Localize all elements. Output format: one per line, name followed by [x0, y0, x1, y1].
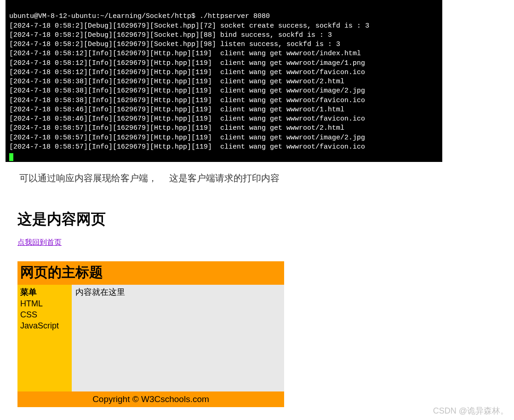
demo-main-title: 网页的主标题: [17, 261, 284, 285]
terminal-line: [2024-7-18 0:58:46][Info][1629679][Http.…: [9, 105, 439, 115]
terminal-line: [2024-7-18 0:58:12][Info][1629679][Http.…: [9, 59, 439, 68]
terminal-line: [2024-7-18 0:58:57][Info][1629679][Http.…: [9, 143, 439, 152]
demo-menu-item[interactable]: JavaScript: [20, 320, 69, 331]
terminal-line: [2024-7-18 0:58:57][Info][1629679][Http.…: [9, 124, 439, 133]
terminal-line: [2024-7-18 0:58:2][Debug][1629679][Socke…: [9, 31, 439, 40]
caption-part2: 这是客户端请求的打印内容: [169, 173, 280, 183]
demo-layout: 网页的主标题 菜单 HTML CSS JavaScript 内容就在这里 Cop…: [17, 261, 284, 407]
terminal-cursor: [9, 153, 13, 161]
terminal-prompt: ubuntu@VM-8-12-ubuntu:~/Learning/Socket/…: [9, 12, 439, 21]
terminal-line: [2024-7-18 0:58:38][Info][1629679][Http.…: [9, 77, 439, 86]
caption-part1: 可以通过响应内容展现给客户端，: [19, 173, 157, 183]
terminal-line: [2024-7-18 0:58:2][Debug][1629679][Socke…: [9, 22, 439, 31]
demo-content-area: 内容就在这里: [72, 285, 284, 391]
terminal-line: [2024-7-18 0:58:57][Info][1629679][Http.…: [9, 133, 439, 143]
demo-menu-item[interactable]: HTML: [20, 298, 69, 309]
terminal-line: [2024-7-18 0:58:38][Info][1629679][Http.…: [9, 96, 439, 105]
back-to-home-link[interactable]: 点我回到首页: [17, 238, 62, 246]
demo-footer: Copyright © W3Cschools.com: [17, 391, 284, 407]
terminal-line: [2024-7-18 0:58:12][Info][1629679][Http.…: [9, 68, 439, 77]
terminal-line: [2024-7-18 0:58:12][Info][1629679][Http.…: [9, 49, 439, 58]
demo-menu: 菜单 HTML CSS JavaScript: [17, 285, 72, 391]
demo-menu-item[interactable]: CSS: [20, 309, 69, 320]
terminal-output: ubuntu@VM-8-12-ubuntu:~/Learning/Socket/…: [6, 0, 442, 162]
terminal-line: [2024-7-18 0:58:2][Debug][1629679][Socke…: [9, 40, 439, 49]
demo-content-text: 内容就在这里: [75, 288, 125, 297]
terminal-line: [2024-7-18 0:58:46][Info][1629679][Http.…: [9, 115, 439, 124]
terminal-line: [2024-7-18 0:58:38][Info][1629679][Http.…: [9, 86, 439, 96]
demo-menu-title: 菜单: [20, 287, 69, 298]
caption-text: 可以通过响应内容展现给客户端，这是客户端请求的打印内容: [19, 172, 514, 184]
content-page-heading: 这是内容网页: [17, 209, 514, 230]
